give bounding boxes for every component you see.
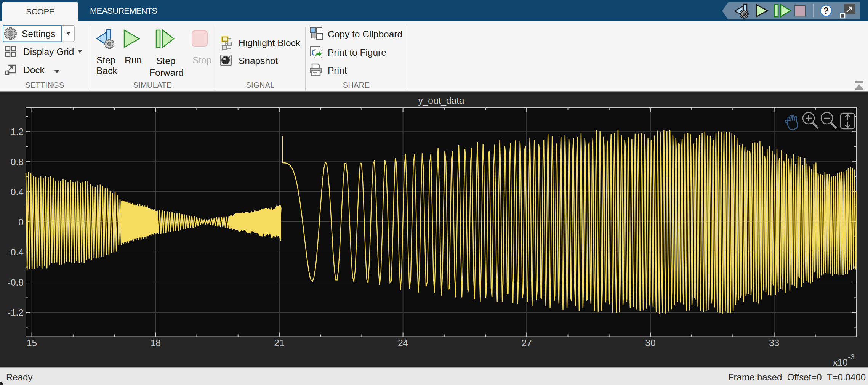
svg-text:24: 24 [398, 338, 408, 348]
svg-text:0.8: 0.8 [11, 157, 24, 167]
svg-text:1.2: 1.2 [11, 127, 24, 137]
svg-text:15: 15 [27, 338, 37, 348]
svg-text:?: ? [823, 6, 829, 16]
svg-text:-3: -3 [848, 353, 855, 361]
svg-text:0: 0 [18, 217, 24, 227]
svg-text:27: 27 [522, 338, 532, 348]
svg-text:y_out_data: y_out_data [418, 95, 464, 106]
svg-text:-0.8: -0.8 [8, 277, 24, 287]
svg-text:18: 18 [151, 338, 161, 348]
svg-text:33: 33 [769, 338, 779, 348]
svg-text:-0.4: -0.4 [8, 247, 24, 257]
svg-text:21: 21 [274, 338, 284, 348]
svg-text:-1.2: -1.2 [8, 307, 24, 318]
svg-text:0.4: 0.4 [11, 187, 24, 197]
svg-text:30: 30 [645, 338, 655, 348]
svg-text:x10: x10 [833, 357, 848, 367]
